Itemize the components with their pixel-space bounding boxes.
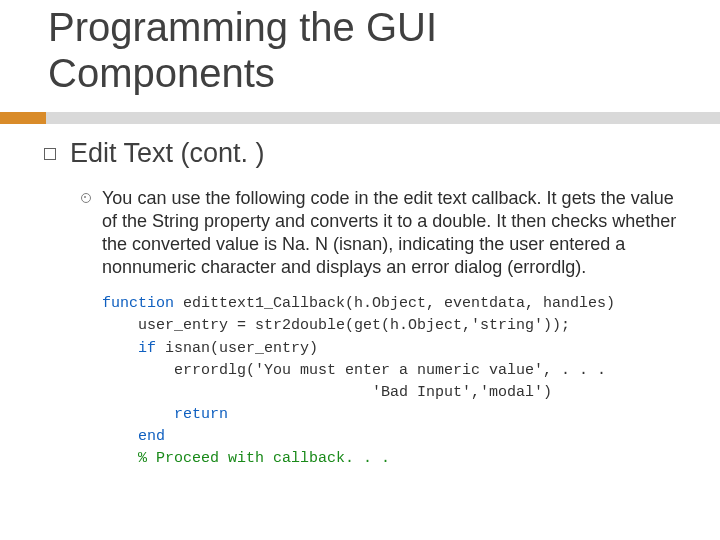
kw-function: function [102,295,174,312]
code-l2: user_entry = str2double(get(h.Object,'st… [102,317,570,334]
code-l3c: isnan(user_entry) [156,340,318,357]
code-l3a [102,340,138,357]
kw-return: return [174,406,228,423]
body-content: Edit Text (cont. ) You can use the follo… [44,138,684,471]
section-row: Edit Text (cont. ) [44,138,684,169]
code-l8a [102,450,138,467]
slide-title: Programming the GUI Components [48,4,437,96]
kw-end: end [138,428,165,445]
sub-row: You can use the following code in the ed… [80,187,684,279]
paragraph-text: You can use the following code in the ed… [102,187,684,279]
target-bullet-icon [80,192,90,202]
code-l6a [102,406,174,423]
accent-bar-orange [0,112,46,124]
code-l5: 'Bad Input','modal') [102,384,552,401]
code-comment: % Proceed with callback. . . [138,450,390,467]
accent-bar [0,112,720,124]
code-l4: errordlg('You must enter a numeric value… [102,362,606,379]
title-line-1: Programming the GUI [48,5,437,49]
title-line-2: Components [48,51,275,95]
square-bullet-icon [44,148,56,160]
slide: Programming the GUI Components Edit Text… [0,0,720,540]
code-block: function edittext1_Callback(h.Object, ev… [102,293,684,471]
kw-if: if [138,340,156,357]
code-l1: edittext1_Callback(h.Object, eventdata, … [174,295,615,312]
code-l7a [102,428,138,445]
section-title: Edit Text (cont. ) [70,138,265,169]
